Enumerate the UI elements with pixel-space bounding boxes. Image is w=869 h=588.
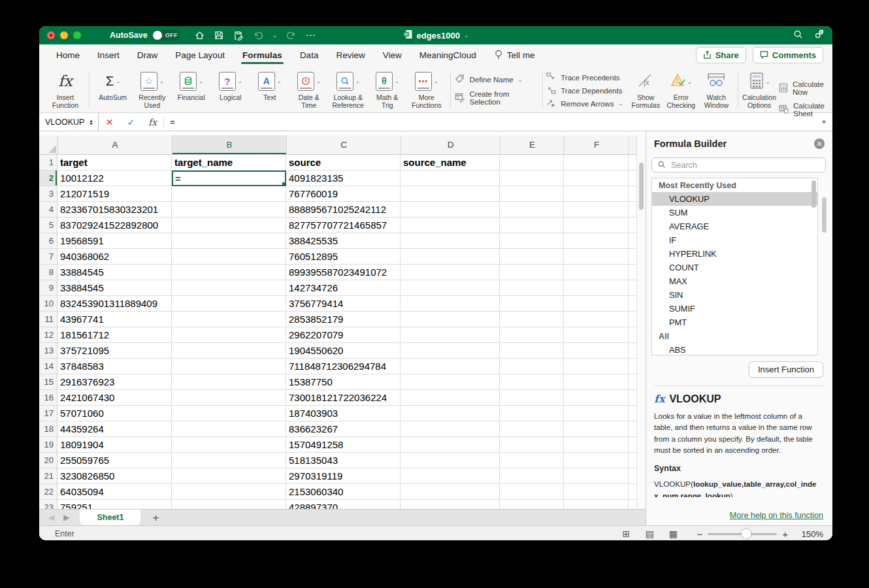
cell-A14[interactable]: 37848583 — [57, 359, 172, 374]
cell-F10[interactable] — [564, 296, 629, 312]
text-button[interactable]: A⌄ Text — [251, 71, 289, 101]
cell-B8[interactable] — [172, 265, 286, 280]
cell-D9[interactable] — [401, 280, 500, 296]
sheet-tab-sheet1[interactable]: Sheet1 — [80, 510, 140, 525]
cell-F22[interactable] — [564, 484, 629, 500]
cell-D16[interactable] — [401, 390, 500, 406]
more-commands-icon[interactable]: ⋯ — [305, 30, 316, 41]
create-from-selection-button[interactable]: Create from Selection — [455, 90, 538, 106]
next-sheet-icon[interactable]: ▶ — [63, 513, 69, 522]
cell-B9[interactable] — [172, 280, 286, 296]
cell-C14[interactable]: 711848712306294784 — [286, 359, 401, 374]
tab-review[interactable]: Review — [336, 46, 365, 65]
description-scrollbar-thumb[interactable] — [822, 197, 827, 233]
cell-C15[interactable]: 15387750 — [286, 374, 401, 390]
cell-B12[interactable] — [172, 327, 286, 343]
function-search-input[interactable] — [670, 160, 820, 171]
cell-C9[interactable]: 142734726 — [286, 280, 401, 296]
cell-F21[interactable] — [564, 468, 629, 484]
cell-E13[interactable] — [500, 343, 564, 359]
row-header-8[interactable]: 8 — [39, 265, 57, 280]
cell-A16[interactable]: 2421067430 — [57, 390, 172, 406]
tab-view[interactable]: View — [383, 46, 402, 65]
cell-C18[interactable]: 836623267 — [286, 421, 401, 437]
cell-F19[interactable] — [564, 437, 629, 453]
cell-A21[interactable]: 3230826850 — [57, 468, 172, 484]
vertical-scrollbar[interactable] — [636, 135, 646, 509]
cell-D21[interactable] — [401, 468, 500, 484]
cell-E19[interactable] — [500, 437, 564, 453]
cell-F12[interactable] — [564, 327, 629, 343]
close-window-button[interactable] — [47, 31, 55, 39]
function-item-hyperlink[interactable]: HYPERLINK — [652, 247, 817, 261]
cell-E14[interactable] — [500, 359, 564, 374]
cell-F7[interactable] — [564, 249, 629, 265]
select-all-corner[interactable] — [39, 135, 58, 155]
cell-B20[interactable] — [172, 453, 286, 468]
cell-C2[interactable]: 4091823135 — [286, 171, 401, 186]
tab-insert[interactable]: Insert — [97, 46, 120, 65]
panel-close-icon[interactable]: ✕ — [814, 139, 825, 149]
cell-C17[interactable]: 187403903 — [286, 406, 401, 421]
cancel-entry-icon[interactable]: ✕ — [99, 117, 120, 127]
trace-precedents-button[interactable]: Trace Precedents — [546, 73, 619, 82]
cell-A11[interactable]: 43967741 — [57, 312, 172, 327]
row-header-22[interactable]: 22 — [39, 484, 57, 500]
cell-E17[interactable] — [500, 406, 564, 421]
cell-E9[interactable] — [500, 280, 564, 296]
cell-D14[interactable] — [401, 359, 500, 374]
row-header-3[interactable]: 3 — [39, 186, 57, 202]
function-item-count[interactable]: COUNT — [652, 261, 817, 274]
list-scrollbar-thumb[interactable] — [812, 180, 816, 208]
cell-A7[interactable]: 940368062 — [57, 249, 172, 265]
row-header-17[interactable]: 17 — [39, 406, 57, 421]
cell-E4[interactable] — [500, 202, 564, 218]
row-header-4[interactable]: 4 — [39, 202, 57, 218]
row-header-2[interactable]: 2 — [39, 171, 57, 186]
cell-B18[interactable] — [172, 421, 286, 437]
cell-A19[interactable]: 18091904 — [57, 437, 172, 453]
comments-button[interactable]: Comments — [753, 47, 823, 63]
row-header-9[interactable]: 9 — [39, 280, 57, 296]
cell-F9[interactable] — [564, 280, 629, 296]
col-header-B[interactable]: B — [172, 135, 287, 155]
cell-E10[interactable] — [500, 296, 564, 312]
formula-input[interactable]: = — [164, 117, 815, 127]
save-as-icon[interactable] — [233, 30, 244, 41]
cell-F2[interactable] — [564, 171, 629, 186]
cell-E6[interactable] — [500, 233, 564, 249]
autosave-toggle[interactable]: OFF — [152, 30, 180, 41]
trace-dependents-button[interactable]: Trace Dependents — [546, 86, 622, 95]
cell-B22[interactable] — [172, 484, 286, 500]
cell-F11[interactable] — [564, 312, 629, 327]
row-header-1[interactable]: 1 — [39, 155, 57, 171]
insert-function-panel-button[interactable]: Insert Function — [749, 361, 823, 378]
cell-A2[interactable]: 10012122 — [57, 171, 172, 186]
cell-D19[interactable] — [401, 437, 500, 453]
cell-B11[interactable] — [172, 312, 286, 327]
cell-B6[interactable] — [172, 233, 286, 249]
cell-C20[interactable]: 518135043 — [286, 453, 401, 468]
cell-E2[interactable] — [500, 171, 564, 186]
lookup-reference-button[interactable]: ⌄ Lookup & Reference — [329, 71, 367, 109]
formula-bar-expand-icon[interactable]: ▼ — [815, 119, 832, 125]
cell-B2[interactable]: = — [172, 171, 286, 186]
cell-E21[interactable] — [500, 468, 564, 484]
cell-E18[interactable] — [500, 421, 564, 437]
row-header-14[interactable]: 14 — [39, 359, 57, 374]
cell-D18[interactable] — [401, 421, 500, 437]
cell-C13[interactable]: 1904550620 — [286, 343, 401, 359]
cell-C8[interactable]: 899395587023491072 — [286, 265, 401, 280]
cell-B13[interactable] — [172, 343, 286, 359]
cell-C5[interactable]: 827757707721465857 — [286, 218, 401, 233]
tab-page-layout[interactable]: Page Layout — [175, 46, 225, 65]
tab-data[interactable]: Data — [300, 46, 319, 65]
more-help-link[interactable]: More help on this function — [730, 511, 823, 520]
function-item-if[interactable]: IF — [652, 233, 817, 247]
cell-F17[interactable] — [564, 406, 629, 421]
cell-F4[interactable] — [564, 202, 629, 218]
cell-C11[interactable]: 2853852179 — [286, 312, 401, 327]
cell-E3[interactable] — [500, 186, 564, 202]
calculate-now-button[interactable]: Calculate Now — [779, 80, 832, 96]
function-item-max[interactable]: MAX — [652, 274, 817, 288]
